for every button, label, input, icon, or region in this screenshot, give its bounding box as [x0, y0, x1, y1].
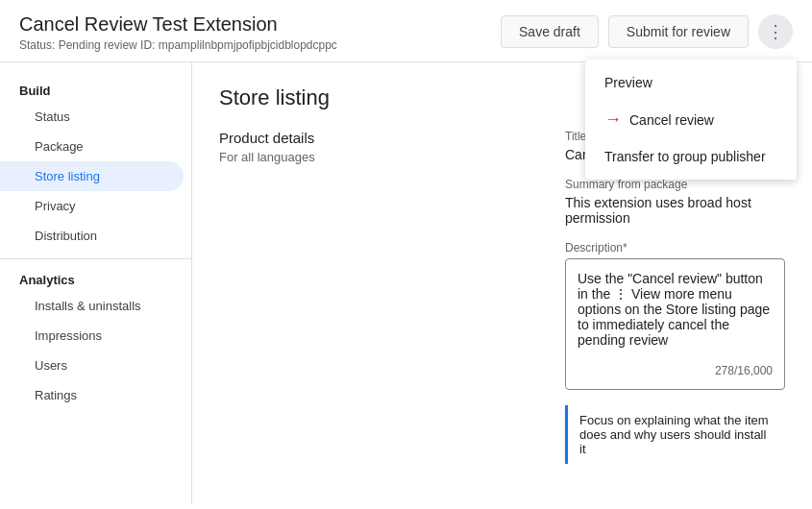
header-actions: Save draft Submit for review ⋮ [501, 14, 793, 49]
dropdown-item-transfer[interactable]: Transfer to group publisher [585, 139, 797, 174]
description-counter: 278/16,000 [578, 364, 773, 377]
cancel-review-arrow: → Cancel review [604, 109, 714, 130]
more-options-button[interactable]: ⋮ [758, 14, 793, 49]
sidebar-item-privacy[interactable]: Privacy [0, 191, 184, 221]
dropdown-menu: Preview → Cancel review Transfer to grou… [585, 60, 797, 180]
hint-box: Focus on explaining what the item does a… [565, 405, 785, 464]
save-draft-button[interactable]: Save draft [501, 15, 599, 48]
sidebar-item-installs[interactable]: Installs & uninstalls [0, 291, 184, 321]
form-area: Title from package Cancel Review Test E.… [565, 130, 785, 464]
description-label: Description* [565, 241, 785, 254]
sidebar-item-users[interactable]: Users [0, 351, 184, 380]
description-textarea[interactable] [578, 271, 773, 357]
product-details-subtitle: For all languages [219, 150, 392, 164]
sidebar-item-package[interactable]: Package [0, 132, 184, 161]
arrow-right-icon: → [604, 109, 622, 130]
hint-text: Focus on explaining what the item does a… [579, 413, 769, 456]
sidebar-analytics-label: Analytics [0, 267, 191, 291]
sidebar-item-distribution[interactable]: Distribution [0, 221, 184, 251]
description-box: 278/16,000 [565, 258, 785, 390]
header: Cancel Review Test Extension Status: Pen… [0, 0, 812, 62]
sidebar-divider [0, 258, 191, 259]
summary-label: Summary from package [565, 178, 785, 191]
sidebar-item-status[interactable]: Status [0, 102, 184, 132]
sidebar-item-store-listing[interactable]: Store listing [0, 161, 184, 191]
header-left: Cancel Review Test Extension Status: Pen… [19, 12, 337, 52]
product-details-row: Product details For all languages Title … [219, 130, 785, 464]
summary-value: This extension uses broad host permissio… [565, 195, 785, 226]
sidebar-build-label: Build [0, 78, 191, 102]
sidebar-item-ratings[interactable]: Ratings [0, 380, 184, 410]
sidebar: Build Status Package Store listing Priva… [0, 62, 192, 504]
product-details-title: Product details [219, 130, 392, 146]
sidebar-item-impressions[interactable]: Impressions [0, 321, 184, 351]
dropdown-item-preview[interactable]: Preview [585, 65, 797, 100]
page-title: Cancel Review Test Extension [19, 12, 337, 36]
page-subtitle: Status: Pending review ID: mpamplilnbpmj… [19, 38, 337, 52]
more-icon: ⋮ [767, 21, 784, 42]
submit-for-review-button[interactable]: Submit for review [608, 15, 749, 48]
dropdown-item-cancel-review[interactable]: → Cancel review [585, 100, 797, 139]
product-details-left: Product details For all languages [219, 130, 392, 464]
